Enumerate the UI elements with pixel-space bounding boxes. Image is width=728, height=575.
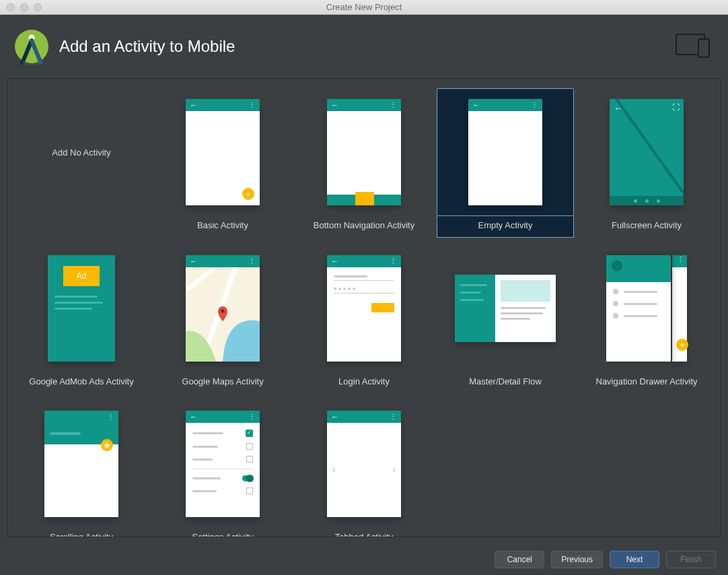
mock-appbar: ← ⋮	[186, 411, 260, 423]
next-button[interactable]: Next	[610, 551, 659, 568]
template-caption: Scrolling Activity	[13, 528, 150, 537]
back-arrow-icon: ←	[331, 258, 338, 265]
template-caption: Empty Activity	[437, 216, 574, 238]
titlebar: Create New Project	[0, 0, 728, 15]
overflow-icon: ⋮	[390, 102, 397, 109]
template-gallery: Add No Activity ← ⋮ + Basic Activity ← ⋮…	[7, 78, 721, 537]
mock-appbar: ← ⋮	[327, 99, 401, 111]
cancel-button[interactable]: Cancel	[495, 551, 544, 568]
back-arrow-icon: ←	[331, 102, 338, 109]
mock-phone: ⋮ ★	[44, 411, 118, 517]
mock-tablet	[455, 275, 556, 342]
overflow-icon: ⋮	[390, 258, 397, 265]
mock-appbar: ← ⋮	[327, 411, 401, 423]
template-caption: Google AdMob Ads Activity	[13, 372, 150, 393]
svg-rect-3	[698, 39, 709, 57]
template-admob[interactable]: Ad Google AdMob Ads Activity	[13, 244, 150, 393]
mock-phone: ← ⋮	[327, 99, 401, 205]
mock-appbar: ← ⋮	[186, 99, 260, 111]
back-arrow-icon: ←	[472, 102, 480, 109]
overflow-icon: ⋮	[248, 413, 256, 421]
template-none[interactable]: Add No Activity	[13, 88, 150, 238]
template-caption: Master/Detail Flow	[437, 372, 574, 393]
template-caption: Settings Activity	[154, 528, 291, 537]
template-caption: Navigation Drawer Activity	[578, 372, 715, 393]
template-caption: Google Maps Activity	[154, 372, 291, 393]
template-caption: Tabbed Activity	[295, 528, 433, 537]
overflow-icon: ⋮	[390, 413, 397, 421]
chevron-right-icon: ›	[392, 464, 396, 475]
template-basic[interactable]: ← ⋮ + Basic Activity	[154, 88, 291, 238]
mock-appbar: ← ⋮	[468, 99, 542, 111]
template-scrolling[interactable]: ⋮ ★ Scrolling Activity	[13, 400, 150, 537]
back-arrow-icon: ←	[190, 102, 197, 109]
overflow-icon: ⋮	[248, 258, 256, 265]
template-tabbed[interactable]: ← ⋮ ‹ › Tabbed Activity	[295, 400, 433, 537]
fab-icon: +	[242, 188, 254, 200]
wizard-body: Add an Activity to Mobile Add No Activit…	[0, 15, 728, 575]
template-caption: Login Activity	[295, 372, 433, 393]
mock-phone: ⋮ +	[606, 255, 687, 362]
back-arrow-icon: ←	[190, 413, 197, 421]
mock-phone: ← ⋮ +	[186, 99, 260, 205]
fab-star-icon: ★	[101, 439, 113, 451]
mock-phone: ← ⋮	[186, 255, 260, 362]
form-factor-icon	[676, 34, 711, 60]
back-arrow-icon: ←	[190, 258, 197, 265]
mock-phone: ← ⋮	[327, 255, 401, 362]
template-maps[interactable]: ← ⋮ Google Maps Activity	[154, 244, 291, 393]
mock-signin-button	[371, 303, 394, 312]
window-title: Create New Project	[0, 2, 728, 12]
overflow-icon: ⋮	[107, 414, 114, 421]
finish-button[interactable]: Finish	[666, 551, 716, 568]
overflow-icon: ⋮	[531, 102, 538, 109]
wizard-footer: Cancel Previous Next Finish	[0, 544, 728, 575]
previous-button[interactable]: Previous	[551, 551, 603, 568]
overflow-icon: ⋮	[248, 102, 256, 109]
template-caption: Fullscreen Activity	[578, 216, 715, 237]
ad-badge: Ad	[63, 266, 100, 286]
mock-phone: ← ⋮ ‹ ›	[327, 411, 401, 517]
svg-point-6	[221, 310, 225, 313]
mock-appbar: ← ⋮	[186, 255, 260, 267]
template-caption: Bottom Navigation Activity	[295, 216, 433, 237]
mock-phone: Ad	[48, 255, 115, 362]
svg-line-4	[616, 99, 684, 193]
page-title: Add an Activity to Mobile	[59, 37, 235, 56]
template-login[interactable]: ← ⋮ Login Activity	[295, 244, 433, 393]
template-bottom_nav[interactable]: ← ⋮ Bottom Navigation Activity	[295, 88, 433, 238]
mock-phone: ← ⋮	[468, 99, 542, 205]
back-arrow-icon: ←	[331, 413, 338, 421]
template-empty[interactable]: ← ⋮ Empty Activity	[437, 88, 574, 238]
add-no-activity-label: Add No Activity	[52, 147, 110, 158]
mock-appbar: ← ⋮	[327, 255, 401, 267]
fab-icon: +	[676, 339, 688, 351]
template-master_detail[interactable]: Master/Detail Flow	[437, 244, 574, 393]
android-studio-logo-icon	[13, 28, 50, 65]
chevron-left-icon: ‹	[332, 464, 336, 475]
template-fullscreen[interactable]: ← ⛶ Fullscreen Activity	[578, 88, 715, 238]
template-settings[interactable]: ← ⋮ ✓ Settings Activity	[154, 400, 291, 537]
mock-bottom-nav	[327, 195, 401, 205]
template-caption: Basic Activity	[154, 216, 291, 237]
template-nav_drawer[interactable]: ⋮ + Navigation Drawer Activity	[578, 244, 715, 393]
wizard-header: Add an Activity to Mobile	[0, 15, 728, 78]
mock-phone: ← ⛶	[610, 99, 684, 205]
mock-phone: ← ⋮ ✓	[186, 411, 260, 517]
